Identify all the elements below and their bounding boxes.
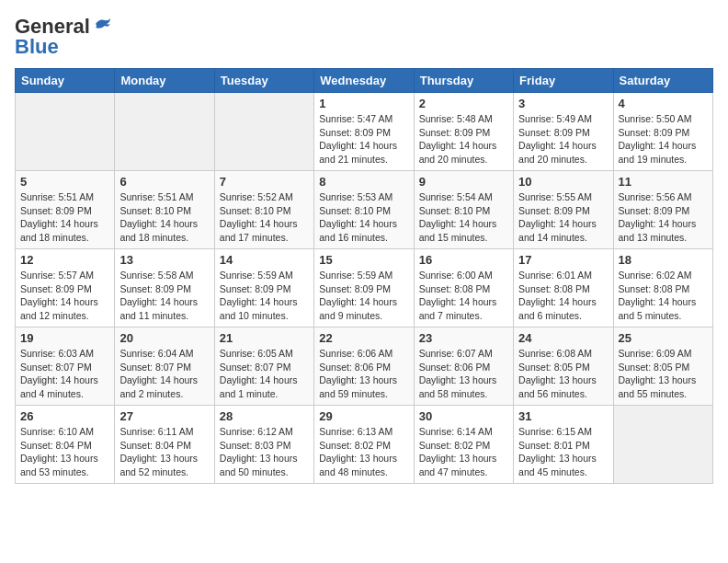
day-info: Sunrise: 6:12 AM Sunset: 8:03 PM Dayligh… (220, 425, 309, 479)
day-info: Sunrise: 6:04 AM Sunset: 8:07 PM Dayligh… (119, 347, 209, 401)
calendar-cell: 31Sunrise: 6:15 AM Sunset: 8:01 PM Dayli… (514, 406, 613, 484)
calendar-cell: 6Sunrise: 5:51 AM Sunset: 8:10 PM Daylig… (115, 171, 214, 249)
weekday-header-friday: Friday (514, 69, 613, 93)
day-number: 4 (619, 97, 708, 110)
day-info: Sunrise: 5:48 AM Sunset: 8:09 PM Dayligh… (419, 112, 508, 167)
calendar-cell: 24Sunrise: 6:08 AM Sunset: 8:05 PM Dayli… (514, 327, 613, 406)
calendar-cell: 4Sunrise: 5:50 AM Sunset: 8:09 PM Daylig… (613, 93, 712, 171)
day-info: Sunrise: 6:05 AM Sunset: 8:07 PM Dayligh… (220, 347, 309, 401)
day-info: Sunrise: 6:10 AM Sunset: 8:04 PM Dayligh… (20, 425, 109, 479)
calendar-week-row: 5Sunrise: 5:51 AM Sunset: 8:09 PM Daylig… (16, 171, 713, 249)
day-number: 3 (518, 97, 608, 110)
weekday-header-thursday: Thursday (414, 69, 513, 93)
day-info: Sunrise: 5:54 AM Sunset: 8:10 PM Dayligh… (419, 190, 508, 245)
calendar-cell: 29Sunrise: 6:13 AM Sunset: 8:02 PM Dayli… (314, 406, 414, 484)
day-number: 20 (119, 331, 209, 345)
calendar-cell: 17Sunrise: 6:01 AM Sunset: 8:08 PM Dayli… (514, 249, 613, 327)
calendar-cell (613, 406, 712, 484)
page-header: General Blue (15, 15, 713, 59)
day-number: 8 (319, 175, 408, 189)
day-number: 21 (220, 331, 309, 345)
day-number: 18 (619, 253, 708, 267)
calendar-cell: 23Sunrise: 6:07 AM Sunset: 8:06 PM Dayli… (414, 327, 513, 406)
day-number: 2 (419, 97, 508, 110)
day-number: 11 (619, 175, 708, 189)
day-number: 16 (419, 253, 508, 267)
calendar-cell: 13Sunrise: 5:58 AM Sunset: 8:09 PM Dayli… (115, 249, 214, 327)
day-info: Sunrise: 5:59 AM Sunset: 8:09 PM Dayligh… (220, 269, 309, 323)
day-info: Sunrise: 6:01 AM Sunset: 8:08 PM Dayligh… (518, 269, 608, 323)
calendar-cell: 1Sunrise: 5:47 AM Sunset: 8:09 PM Daylig… (314, 93, 414, 171)
calendar-cell: 3Sunrise: 5:49 AM Sunset: 8:09 PM Daylig… (514, 93, 613, 171)
day-number: 6 (119, 175, 209, 189)
calendar-cell: 22Sunrise: 6:06 AM Sunset: 8:06 PM Dayli… (314, 327, 414, 406)
calendar-week-row: 26Sunrise: 6:10 AM Sunset: 8:04 PM Dayli… (16, 406, 713, 484)
logo: General Blue (15, 15, 112, 59)
day-info: Sunrise: 6:15 AM Sunset: 8:01 PM Dayligh… (518, 425, 608, 479)
day-info: Sunrise: 5:59 AM Sunset: 8:09 PM Dayligh… (319, 269, 408, 323)
calendar-cell (115, 93, 214, 171)
day-number: 25 (619, 331, 708, 345)
day-info: Sunrise: 6:14 AM Sunset: 8:02 PM Dayligh… (419, 425, 508, 479)
day-number: 10 (518, 175, 608, 189)
day-number: 9 (419, 175, 508, 189)
day-info: Sunrise: 5:57 AM Sunset: 8:09 PM Dayligh… (20, 269, 109, 323)
calendar-cell: 25Sunrise: 6:09 AM Sunset: 8:05 PM Dayli… (613, 327, 712, 406)
weekday-header-monday: Monday (115, 69, 214, 93)
calendar-cell: 10Sunrise: 5:55 AM Sunset: 8:09 PM Dayli… (514, 171, 613, 249)
calendar-cell (214, 93, 313, 171)
day-info: Sunrise: 5:50 AM Sunset: 8:09 PM Dayligh… (619, 112, 708, 167)
day-info: Sunrise: 6:07 AM Sunset: 8:06 PM Dayligh… (419, 347, 508, 401)
calendar-body: 1Sunrise: 5:47 AM Sunset: 8:09 PM Daylig… (16, 93, 713, 484)
day-number: 12 (20, 253, 109, 267)
calendar-cell: 9Sunrise: 5:54 AM Sunset: 8:10 PM Daylig… (414, 171, 513, 249)
day-number: 13 (119, 253, 209, 267)
calendar-cell: 21Sunrise: 6:05 AM Sunset: 8:07 PM Dayli… (214, 327, 313, 406)
day-info: Sunrise: 6:13 AM Sunset: 8:02 PM Dayligh… (319, 425, 408, 479)
day-info: Sunrise: 6:03 AM Sunset: 8:07 PM Dayligh… (20, 347, 109, 401)
day-info: Sunrise: 6:02 AM Sunset: 8:08 PM Dayligh… (619, 269, 708, 323)
day-number: 31 (518, 409, 608, 423)
calendar-week-row: 1Sunrise: 5:47 AM Sunset: 8:09 PM Daylig… (16, 93, 713, 171)
day-number: 28 (220, 409, 309, 423)
day-number: 17 (518, 253, 608, 267)
weekday-header-wednesday: Wednesday (314, 69, 414, 93)
day-number: 30 (419, 409, 508, 423)
calendar-cell: 7Sunrise: 5:52 AM Sunset: 8:10 PM Daylig… (214, 171, 313, 249)
calendar-header-row: SundayMondayTuesdayWednesdayThursdayFrid… (16, 69, 713, 93)
day-number: 5 (20, 175, 109, 189)
day-number: 23 (419, 331, 508, 345)
day-number: 27 (119, 409, 209, 423)
calendar-cell: 5Sunrise: 5:51 AM Sunset: 8:09 PM Daylig… (16, 171, 115, 249)
day-number: 14 (220, 253, 309, 267)
calendar-cell: 30Sunrise: 6:14 AM Sunset: 8:02 PM Dayli… (414, 406, 513, 484)
calendar-cell: 18Sunrise: 6:02 AM Sunset: 8:08 PM Dayli… (613, 249, 712, 327)
calendar-cell (16, 93, 115, 171)
calendar-cell: 8Sunrise: 5:53 AM Sunset: 8:10 PM Daylig… (314, 171, 414, 249)
calendar-cell: 11Sunrise: 5:56 AM Sunset: 8:09 PM Dayli… (613, 171, 712, 249)
day-number: 15 (319, 253, 408, 267)
day-number: 22 (319, 331, 408, 345)
day-info: Sunrise: 6:09 AM Sunset: 8:05 PM Dayligh… (619, 347, 708, 401)
day-number: 1 (319, 97, 408, 110)
calendar-cell: 2Sunrise: 5:48 AM Sunset: 8:09 PM Daylig… (414, 93, 513, 171)
weekday-header-tuesday: Tuesday (214, 69, 313, 93)
day-info: Sunrise: 5:58 AM Sunset: 8:09 PM Dayligh… (119, 269, 209, 323)
calendar-cell: 12Sunrise: 5:57 AM Sunset: 8:09 PM Dayli… (16, 249, 115, 327)
calendar-cell: 16Sunrise: 6:00 AM Sunset: 8:08 PM Dayli… (414, 249, 513, 327)
day-info: Sunrise: 6:00 AM Sunset: 8:08 PM Dayligh… (419, 269, 508, 323)
calendar-cell: 26Sunrise: 6:10 AM Sunset: 8:04 PM Dayli… (16, 406, 115, 484)
day-info: Sunrise: 6:08 AM Sunset: 8:05 PM Dayligh… (518, 347, 608, 401)
logo-bird-icon (92, 17, 112, 33)
day-info: Sunrise: 5:51 AM Sunset: 8:10 PM Dayligh… (119, 190, 209, 245)
calendar-cell: 27Sunrise: 6:11 AM Sunset: 8:04 PM Dayli… (115, 406, 214, 484)
day-info: Sunrise: 5:47 AM Sunset: 8:09 PM Dayligh… (319, 112, 408, 167)
day-info: Sunrise: 5:51 AM Sunset: 8:09 PM Dayligh… (20, 190, 109, 245)
calendar-table: SundayMondayTuesdayWednesdayThursdayFrid… (15, 68, 713, 484)
day-number: 24 (518, 331, 608, 345)
calendar-cell: 15Sunrise: 5:59 AM Sunset: 8:09 PM Dayli… (314, 249, 414, 327)
day-number: 26 (20, 409, 109, 423)
calendar-cell: 14Sunrise: 5:59 AM Sunset: 8:09 PM Dayli… (214, 249, 313, 327)
day-number: 29 (319, 409, 408, 423)
day-info: Sunrise: 5:52 AM Sunset: 8:10 PM Dayligh… (220, 190, 309, 245)
